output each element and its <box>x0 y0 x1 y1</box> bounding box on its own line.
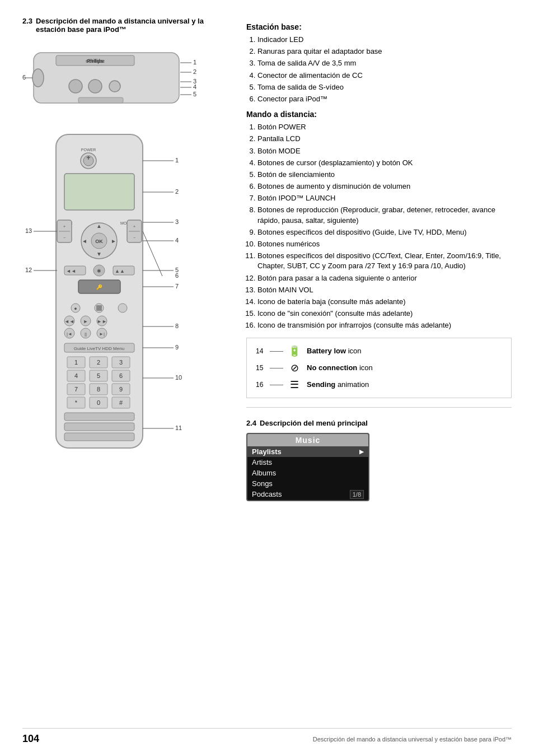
battery-low-label: Battery low icon <box>307 347 362 355</box>
svg-text:0: 0 <box>97 399 100 406</box>
svg-text:▲: ▲ <box>96 223 102 229</box>
svg-text:|◄: |◄ <box>67 332 72 337</box>
svg-text:−: − <box>133 236 135 240</box>
remote-svg: POWER MODE MAIN VOL <box>22 132 207 456</box>
svg-text:5: 5 <box>97 372 100 379</box>
svg-text:▲▲: ▲▲ <box>115 268 125 274</box>
list-item: Botones de reproducción (Reproducir, gra… <box>257 205 512 225</box>
svg-text:1: 1 <box>74 359 78 366</box>
icon-num-15: 15 <box>256 364 270 372</box>
no-connection-icon: ⊘ <box>288 362 301 374</box>
list-item: Icono de transmisión por infrarrojos (co… <box>257 320 512 330</box>
svg-text:+: + <box>133 225 135 228</box>
svg-text:◄◄: ◄◄ <box>66 268 76 274</box>
svg-text:+: + <box>63 225 65 228</box>
svg-text:OK: OK <box>95 239 103 244</box>
svg-text:2: 2 <box>175 188 179 195</box>
svg-text:1: 1 <box>193 59 196 66</box>
svg-text:Guide  LiveTV  HDD  Menu: Guide LiveTV HDD Menu <box>74 346 124 351</box>
svg-text:POWER: POWER <box>81 148 96 152</box>
footer-description: Descripción del mando a distancia univer… <box>313 736 512 743</box>
menu-item-playlists: Playlists ▶ <box>247 446 368 457</box>
svg-text:||: || <box>85 332 87 337</box>
list-item: Toma de salida A/V de 3,5 mm <box>257 58 512 68</box>
svg-text:9: 9 <box>119 386 123 393</box>
svg-rect-56 <box>96 305 102 311</box>
menu-item-label: Songs <box>252 479 273 488</box>
menu-item-podcasts: Podcasts 1/8 <box>247 489 368 500</box>
svg-text:6: 6 <box>119 372 123 379</box>
svg-point-57 <box>118 304 127 312</box>
base-station-svg: sdɹIHde Philips 1 2 <box>22 41 207 120</box>
footer: 104 Descripción del mando a distancia un… <box>22 728 512 745</box>
svg-text:2: 2 <box>97 359 100 366</box>
svg-text:5: 5 <box>193 91 196 97</box>
svg-text:●: ● <box>74 306 77 311</box>
no-connection-row: 15 —— ⊘ No connection icon <box>256 362 502 374</box>
svg-rect-8 <box>78 97 123 103</box>
menu-item-label: Albums <box>252 469 276 477</box>
menu-item-label: Podcasts <box>252 490 282 498</box>
base-station-heading: Estación base: <box>246 22 512 31</box>
svg-text:12: 12 <box>25 267 32 273</box>
no-connection-label: No connection icon <box>307 363 373 372</box>
list-item: Botones de aumento y disminución de volu… <box>257 181 512 192</box>
svg-text:*: * <box>75 399 78 406</box>
list-item: Pantalla LCD <box>257 134 512 144</box>
list-item: Botones numéricos <box>257 239 512 249</box>
svg-text:7: 7 <box>175 283 179 290</box>
list-item: Botón MODE <box>257 146 512 156</box>
svg-text:3: 3 <box>175 218 179 225</box>
list-item: Icono de "sin conexión" (consulte más ad… <box>257 309 512 319</box>
list-item: Botón para pasar a la cadena siguiente o… <box>257 273 512 283</box>
list-item: Conector de alimentación de CC <box>257 71 512 81</box>
svg-text:1: 1 <box>175 157 179 164</box>
icons-box: 14 —— 🔋 Battery low icon 15 —— ⊘ No conn… <box>246 338 512 398</box>
svg-text:10: 10 <box>175 374 182 381</box>
sending-label: Sending animation <box>307 380 369 389</box>
svg-text:6: 6 <box>22 74 26 81</box>
list-item: Botón de silenciamiento <box>257 170 512 180</box>
menu-item-arrow: ▶ <box>359 449 364 455</box>
menu-item-albums: Albums <box>247 468 368 478</box>
section-23-heading: Descripción del mando a distancia univer… <box>36 17 229 34</box>
svg-text:4: 4 <box>193 83 196 90</box>
svg-text:▼: ▼ <box>96 251 102 257</box>
battery-low-row: 14 —— 🔋 Battery low icon <box>256 345 502 357</box>
remote-heading: Mando a distancia: <box>246 110 512 119</box>
svg-text:4: 4 <box>175 237 179 244</box>
list-item: Botón MAIN VOL <box>257 285 512 295</box>
section-24-heading: Descripción del menú principal <box>260 419 368 427</box>
svg-text:►|: ►| <box>99 332 105 337</box>
svg-rect-97 <box>64 423 134 431</box>
menu-item-artists: Artists <box>247 457 368 468</box>
menu-page-indicator: 1/8 <box>350 490 364 499</box>
section-divider <box>246 407 512 408</box>
svg-text:11: 11 <box>175 424 182 431</box>
svg-rect-96 <box>64 413 134 421</box>
left-column: 2.3 Descripción del mando a distancia un… <box>22 17 229 501</box>
base-station-list: Indicador LED Ranuras para quitar el ada… <box>246 35 512 104</box>
menu-item-songs: Songs <box>247 478 368 489</box>
list-item: Toma de salida de S-vídeo <box>257 82 512 92</box>
svg-text:◄: ◄ <box>82 238 87 244</box>
icon-num-14: 14 <box>256 347 270 355</box>
svg-line-109 <box>143 231 162 276</box>
icon-num-16: 16 <box>256 381 270 389</box>
list-item: Conector para iPod™ <box>257 94 512 104</box>
right-column: Estación base: Indicador LED Ranuras par… <box>246 17 512 501</box>
list-item: Indicador LED <box>257 35 512 45</box>
svg-rect-26 <box>64 174 134 210</box>
section-23-number: 2.3 <box>22 17 32 25</box>
svg-text:3: 3 <box>119 359 123 366</box>
list-item: Botón POWER <box>257 122 512 132</box>
section-24-number: 2.4 <box>246 419 256 427</box>
menu-item-label: Artists <box>252 458 272 466</box>
remote-list: Botón POWER Pantalla LCD Botón MODE Boto… <box>246 122 512 330</box>
svg-text:8: 8 <box>97 386 100 393</box>
svg-text:6: 6 <box>175 272 179 279</box>
svg-text:13: 13 <box>25 227 32 234</box>
list-item: Botones específicos del dispositivo (Gui… <box>257 227 512 237</box>
svg-point-5 <box>69 80 82 93</box>
footer-page-number: 104 <box>22 733 39 745</box>
